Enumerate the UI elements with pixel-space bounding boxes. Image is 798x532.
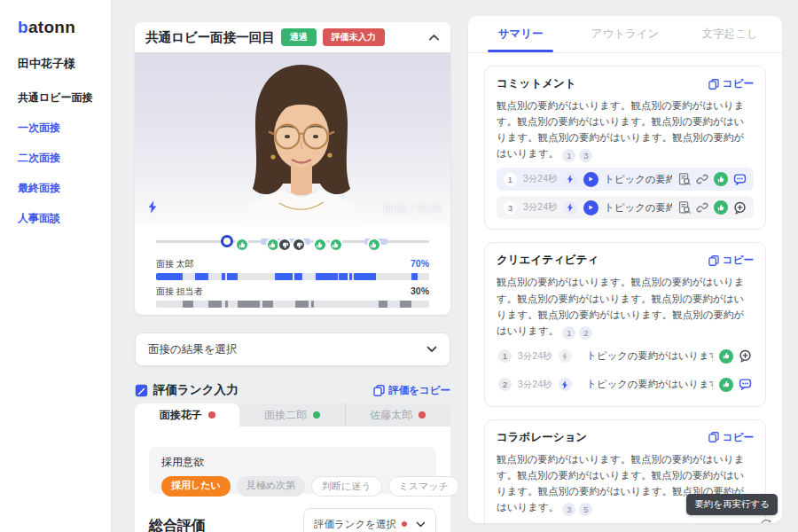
copy-button[interactable]: コピー [708, 431, 754, 444]
seekbar-handle[interactable] [221, 235, 233, 247]
comment-dots-button[interactable] [739, 378, 752, 391]
copy-button[interactable]: コピー [708, 254, 754, 267]
link-button[interactable] [696, 201, 708, 214]
reference-number-dot[interactable]: 1 [562, 326, 575, 340]
edit-pencil-icon [135, 384, 148, 397]
thumb-up-marker[interactable] [367, 238, 381, 252]
thumb-icon [269, 241, 277, 249]
evaluator-tab-label: 佐藤太郎 [370, 408, 412, 423]
speaker-activity-segment [339, 273, 348, 280]
interview-result-select-label: 面接の結果を選択 [148, 342, 238, 357]
sidebar-nav-item[interactable]: 二次面接 [18, 151, 111, 166]
speaker-activity-segment [295, 301, 309, 308]
speaker-talk-percent: 70% [411, 258, 429, 269]
comment-add-button[interactable] [739, 349, 752, 363]
summary-card: クリエイティビティコピー観点別の要約がはいります。観点別の要約がはいります。観点… [484, 242, 766, 406]
video-seekbar[interactable] [156, 232, 429, 253]
reference-number-dot[interactable]: 3 [579, 149, 592, 162]
bolt-icon [561, 380, 568, 389]
play-button[interactable] [583, 200, 598, 215]
interview-result-select[interactable]: 面接の結果を選択 [135, 332, 450, 366]
doc-search-button[interactable] [678, 173, 691, 185]
summary-cards: コミットメントコピー観点別の要約がはいります。観点別の要約がはいります。観点別の… [468, 53, 782, 523]
speaker-label-row: 面接 太郎70% [156, 258, 429, 270]
thumb-up-marker[interactable] [329, 238, 343, 252]
speaker-activity-segment [156, 273, 183, 280]
thumb-down-marker[interactable] [278, 238, 292, 252]
doc-search-button[interactable] [678, 201, 691, 214]
speaker-name: 面接 担当者 [156, 286, 203, 298]
summary-tab[interactable]: サマリー [468, 16, 573, 52]
hiring-intent-pill[interactable]: 見極め次第 [237, 476, 305, 497]
topic-row[interactable]: 33分24秒トピックの要約がはいります。トピッ [497, 196, 754, 219]
topic-row[interactable]: 33分24秒トピックの要約がはいります。トピッ [497, 521, 754, 523]
sidebar-nav: 一次面接二次面接最終面接人事面談 [18, 121, 111, 226]
topic-row[interactable]: 13分24秒トピックの要約がはいります。トピッ [497, 345, 754, 368]
summary-card: コミットメントコピー観点別の要約がはいります。観点別の要約がはいります。観点別の… [484, 66, 766, 230]
sidebar-nav-item[interactable]: 最終面接 [18, 181, 111, 196]
play-icon [587, 176, 594, 183]
topic-text: トピックの要約がはいります。トピッ [587, 378, 713, 391]
comment-dots-button[interactable] [733, 173, 747, 186]
copy-evaluation-label: 評価をコピー [388, 384, 450, 397]
bolt-icon [567, 203, 574, 212]
evaluator-status-dot [313, 411, 320, 419]
topic-number-dot: 2 [498, 378, 512, 391]
comment-add-button[interactable] [733, 201, 747, 215]
copy-label: コピー [723, 77, 754, 90]
status-badge: 評価未入力 [323, 28, 385, 46]
comment-dots-icon [733, 173, 747, 186]
reference-number-dot[interactable]: 1 [562, 149, 575, 162]
topic-row-icons [719, 349, 752, 364]
thumb-up-badge[interactable] [714, 172, 728, 186]
speaker-activity-bar [156, 301, 429, 308]
sidebar-section-title: 共通ロビー面接 [18, 90, 111, 106]
reference-number-dot[interactable]: 3 [562, 503, 575, 516]
hiring-intent-pill[interactable]: 判断に迷う [311, 476, 382, 497]
summary-tab[interactable]: アウトライン [573, 16, 677, 52]
refresh-icon[interactable] [760, 519, 772, 523]
comment-dots-icon [739, 378, 752, 391]
thumb-up-marker[interactable] [313, 238, 327, 252]
video-player[interactable]: 00:32 / 30:24 [135, 52, 450, 226]
rerun-summary-button[interactable]: 要約を再実行する [686, 494, 778, 515]
hiring-intent-options: 採用したい見極め次第判断に迷うミスマッチ [161, 476, 424, 497]
hiring-intent-pill[interactable]: 採用したい [161, 476, 231, 497]
bolt-chip-icon [559, 349, 572, 363]
evaluator-tab[interactable]: 佐藤太郎 [345, 403, 450, 426]
thumb-up-badge[interactable] [719, 378, 733, 392]
hiring-intent-pill[interactable]: ミスマッチ [388, 476, 459, 497]
thumb-up-badge[interactable] [719, 349, 733, 364]
summary-card-header: コミットメントコピー [497, 76, 754, 91]
copy-evaluation-button[interactable]: 評価をコピー [373, 384, 450, 397]
overall-rating-label: 総合評価 [149, 517, 206, 532]
batonn-logo[interactable]: batonn [18, 18, 111, 37]
sidebar-nav-item[interactable]: 人事面談 [18, 211, 111, 226]
thumb-up-marker[interactable] [235, 238, 249, 252]
play-button[interactable] [583, 172, 598, 187]
highlight-bolt-icon[interactable] [147, 200, 158, 214]
evaluator-tab[interactable]: 面接花子 [135, 403, 239, 426]
link-button[interactable] [696, 173, 708, 185]
topic-row[interactable]: 13分24秒トピックの要約がはいります。トピッ [497, 168, 754, 191]
speaker-activity-segment [400, 301, 411, 308]
thumb-down-marker[interactable] [292, 238, 306, 252]
reference-number-dot[interactable]: 2 [579, 326, 592, 340]
video-timestamp: 00:32 / 30:24 [384, 204, 442, 214]
speaker-activity-segment [195, 273, 208, 280]
evaluator-status-dot [419, 411, 426, 419]
speaker-label-row: 面接 担当者30% [156, 286, 429, 298]
evaluator-tab[interactable]: 面接二郎 [239, 403, 344, 426]
topic-row[interactable]: 23分24秒トピックの要約がはいります。トピッ [497, 373, 754, 396]
reference-number-dot[interactable]: 5 [579, 503, 592, 516]
sidebar-nav-item[interactable]: 一次面接 [18, 121, 111, 136]
copy-button[interactable]: コピー [708, 77, 754, 90]
speaker-tracks: 面接 太郎70%面接 担当者30% [156, 258, 429, 308]
overall-rating-select[interactable]: 評価ランクを選択 [303, 508, 436, 532]
thumb-icon [717, 176, 725, 184]
logo-letter: b [18, 18, 28, 36]
collapse-chevron-up-icon[interactable] [428, 34, 440, 42]
summary-tab[interactable]: 文字起こし [677, 16, 782, 52]
thumb-up-badge[interactable] [714, 200, 728, 215]
speaker-activity-segment [316, 273, 338, 280]
